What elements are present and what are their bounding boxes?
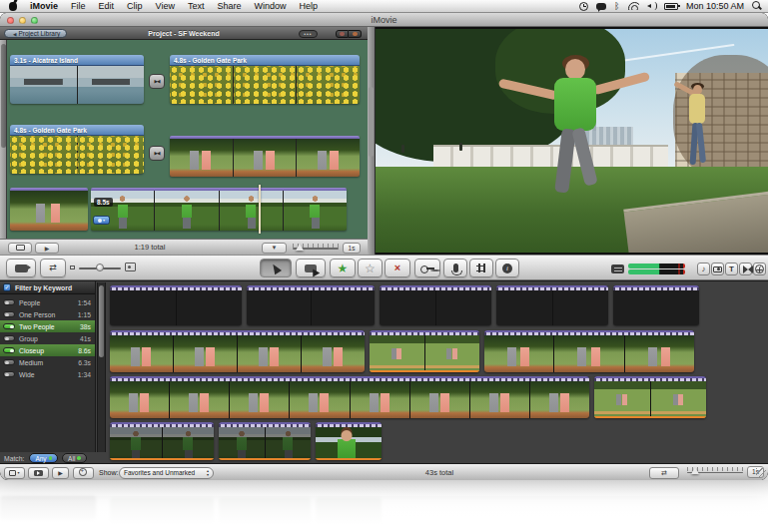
bluetooth-icon[interactable] <box>614 1 620 11</box>
ichat-icon[interactable] <box>596 3 606 10</box>
inspector-button[interactable]: i <box>495 259 519 277</box>
transition-icon[interactable]: ▶◀ <box>149 74 165 89</box>
event-clip[interactable] <box>613 285 699 325</box>
event-clip-rejected[interactable] <box>219 422 311 460</box>
wifi-icon[interactable] <box>628 2 639 10</box>
clip-adjust-badge[interactable]: ▾ <box>93 216 110 225</box>
event-clip-rejected[interactable] <box>316 422 382 460</box>
keyword-row-one-person[interactable]: One Person 1:15 <box>0 308 95 320</box>
mark-favorite-button[interactable]: ★ <box>330 259 356 277</box>
event-clip[interactable] <box>110 376 589 418</box>
thumbnail-size-slider-thumb[interactable] <box>96 264 104 271</box>
apple-menu-icon[interactable] <box>9 2 17 11</box>
menu-window[interactable]: Window <box>254 0 286 13</box>
advanced-search-button[interactable] <box>73 467 94 479</box>
project-zoom-fit-button[interactable]: ▼ <box>262 243 287 254</box>
app-menus: iMovie File Edit Clip View Text Share Wi… <box>30 0 318 13</box>
keyword-row-medium[interactable]: Medium 6.3s <box>0 356 95 368</box>
titles-browser-button[interactable]: T <box>725 263 738 275</box>
event-zoom-slider-thumb[interactable] <box>691 467 699 474</box>
viewer-video[interactable] <box>376 29 768 253</box>
keyword-row-closeup[interactable]: Closeup 8.6s <box>0 344 95 356</box>
event-zoom-fit-button[interactable]: ⇄ <box>649 467 679 479</box>
keyword-tool-button[interactable] <box>414 259 440 277</box>
menu-view[interactable]: View <box>156 0 175 13</box>
time-machine-icon[interactable] <box>579 2 588 11</box>
play-event-button[interactable] <box>28 467 49 479</box>
event-clip[interactable] <box>484 330 694 372</box>
play-fullscreen-button[interactable] <box>8 243 32 254</box>
menu-file[interactable]: File <box>71 0 86 13</box>
event-clip[interactable] <box>496 285 608 325</box>
keyword-toggle[interactable] <box>3 335 15 341</box>
event-clip-rejected[interactable] <box>110 422 214 460</box>
project-total-duration: 1:19 total <box>100 240 200 256</box>
event-clip[interactable] <box>380 285 491 325</box>
globe-icon <box>755 265 764 273</box>
keyword-toggle[interactable] <box>3 359 15 365</box>
event-scrollbar[interactable] <box>97 282 106 452</box>
project-clip-alcatraz[interactable]: 3.1s - Alcatraz Island <box>10 55 144 104</box>
keyword-row-group[interactable]: Group 41s <box>0 332 95 344</box>
window-resize-grip[interactable] <box>756 468 766 478</box>
play-project-button[interactable]: ▶ <box>35 243 59 254</box>
match-any-button[interactable]: Any <box>29 453 58 463</box>
keyword-toggle[interactable] <box>3 311 15 317</box>
project-filmstrip[interactable] <box>170 136 360 177</box>
arrow-select-tool[interactable] <box>260 259 292 277</box>
music-browser-button[interactable]: ♪ <box>697 263 710 275</box>
event-clip[interactable] <box>110 285 242 325</box>
event-clip-rejected[interactable] <box>594 376 706 418</box>
project-scrollbar[interactable] <box>0 40 7 239</box>
clip-title: 4.8s - Golden Gate Park <box>170 55 360 66</box>
keyword-row-two-people[interactable]: Two People 38s <box>0 320 95 332</box>
camera-import-button[interactable] <box>6 259 36 277</box>
show-filter-dropdown[interactable]: Favorites and Unmarked ▴▾ <box>119 467 214 479</box>
keyword-toggle[interactable] <box>3 299 15 305</box>
event-clip[interactable] <box>110 330 365 372</box>
transitions-browser-button[interactable] <box>739 263 752 275</box>
clip-action-menu-button[interactable]: ▾ <box>4 467 25 479</box>
project-zoom-slider-thumb[interactable] <box>296 244 304 251</box>
event-clip-rejected[interactable] <box>370 330 479 372</box>
keyword-filter-checkbox[interactable]: ✓ <box>3 283 11 291</box>
volume-icon[interactable] <box>647 2 656 10</box>
keyword-row-wide[interactable]: Wide 1:34 <box>0 368 95 380</box>
window-titlebar[interactable]: iMovie <box>0 13 768 27</box>
viewer-scrollbar[interactable] <box>368 27 376 255</box>
keyword-toggle[interactable] <box>3 371 15 377</box>
menu-clock[interactable]: Mon 10:50 AM <box>686 1 744 11</box>
menu-clip[interactable]: Clip <box>127 0 143 13</box>
menu-text[interactable]: Text <box>188 0 205 13</box>
project-clip-goldengate-2[interactable]: 4.8s - Golden Gate Park <box>10 125 144 174</box>
event-clip[interactable] <box>247 285 375 325</box>
menu-edit[interactable]: Edit <box>99 0 115 13</box>
marker-red-button[interactable] <box>336 30 349 38</box>
project-clip-goldengate-1[interactable]: 4.8s - Golden Gate Park <box>170 55 360 104</box>
play-selection-button[interactable]: ▶ <box>52 467 69 479</box>
swap-events-projects-button[interactable]: ⇄ <box>40 259 66 277</box>
project-filmstrip[interactable] <box>10 188 88 231</box>
menu-help[interactable]: Help <box>299 0 318 13</box>
edit-tool-button[interactable] <box>296 259 326 277</box>
keyword-toggle[interactable] <box>3 323 15 329</box>
spotlight-icon[interactable] <box>752 1 762 11</box>
photos-browser-button[interactable] <box>711 263 724 275</box>
battery-icon[interactable] <box>664 3 678 10</box>
project-playhead[interactable] <box>259 185 261 234</box>
project-filmstrip-selected[interactable]: 8.5s ▾ <box>91 188 347 231</box>
thumb-size-small-icon <box>70 266 75 269</box>
menu-share[interactable]: Share <box>217 0 241 13</box>
transition-icon[interactable]: ▶◀ <box>149 146 165 161</box>
match-all-button[interactable]: All <box>62 453 87 463</box>
keyword-toggle[interactable] <box>3 347 15 353</box>
maps-browser-button[interactable] <box>753 263 766 275</box>
unmark-button[interactable]: ☆ <box>358 259 383 277</box>
voiceover-button[interactable] <box>443 259 467 277</box>
marker-orange-button[interactable] <box>349 30 362 38</box>
menu-imovie[interactable]: iMovie <box>30 0 58 13</box>
keyword-row-people[interactable]: People 1:54 <box>0 296 95 308</box>
crop-button[interactable] <box>469 259 493 277</box>
reject-button[interactable]: × <box>384 259 410 277</box>
project-actions-button[interactable]: ••• <box>299 30 318 38</box>
